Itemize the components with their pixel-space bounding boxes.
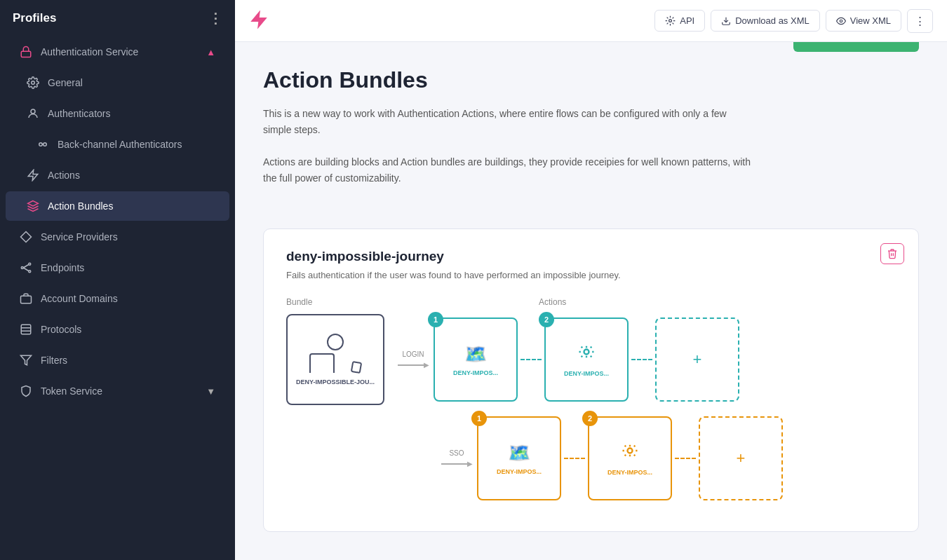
token-icon <box>20 385 32 397</box>
filter-icon <box>20 354 32 367</box>
login-action-2[interactable]: 2 DENY-IMPOS... <box>544 317 629 402</box>
sidebar-item-authentication-service[interactable]: Authentication Service ▲ <box>6 37 229 67</box>
sidebar-item-account-domains[interactable]: Account Domains <box>6 284 229 313</box>
sidebar-item-action-bundles[interactable]: Action Bundles <box>6 191 229 221</box>
view-xml-btn-label: View XML <box>850 15 891 26</box>
sso-action-1[interactable]: 1 🗺️ DENY-IMPOS... <box>477 416 561 500</box>
sso-action-arrow-2 <box>675 458 696 459</box>
sidebar-item-label: Token Service <box>41 385 102 397</box>
svg-rect-13 <box>21 296 32 303</box>
login-row: DENY-IMPOSSIBLE-JOU... LOGIN ▶ 1 <box>286 314 896 405</box>
sso-action-num-2: 2 <box>582 411 598 426</box>
svg-point-22 <box>584 350 589 355</box>
view-xml-button[interactable]: View XML <box>826 10 901 32</box>
sidebar-more-button[interactable]: ⋮ <box>208 10 222 27</box>
topbar-actions: API Download as XML View XML ⋮ <box>654 9 933 33</box>
topbar-logo <box>249 10 269 32</box>
sidebar-item-token-service[interactable]: Token Service ▼ <box>6 376 229 406</box>
login-action-1[interactable]: 1 🗺️ DENY-IMPOS... <box>434 317 518 402</box>
login-label: LOGIN <box>402 350 424 358</box>
new-bundle-btn-label: + New Action Bundle <box>807 42 905 44</box>
chevron-down-icon: ▼ <box>206 386 215 397</box>
login-connector: LOGIN ▶ <box>396 314 431 405</box>
sidebar-item-filters[interactable]: Filters <box>6 346 229 375</box>
settings-icon-2 <box>620 441 640 465</box>
svg-point-2 <box>31 109 35 114</box>
login-add-action-button[interactable]: + <box>655 317 739 402</box>
sso-action-num-1: 1 <box>471 411 487 426</box>
svg-line-11 <box>23 265 29 268</box>
new-action-bundle-button[interactable]: + New Action Bundle <box>793 42 919 52</box>
svg-line-12 <box>23 268 29 271</box>
bundle-node-label: DENY-IMPOSSIBLE-JOU... <box>292 378 379 385</box>
svg-point-4 <box>43 143 47 146</box>
sidebar-item-label: Action Bundles <box>48 200 113 212</box>
chevron-up-icon: ▲ <box>206 47 215 57</box>
sidebar-item-protocols[interactable]: Protocols <box>6 315 229 344</box>
sso-action-2-label: DENY-IMPOS... <box>605 469 655 476</box>
api-button[interactable]: API <box>654 10 705 32</box>
bundle-node[interactable]: DENY-IMPOSSIBLE-JOU... <box>286 314 384 405</box>
download-xml-button[interactable]: Download as XML <box>711 10 820 32</box>
sidebar-item-actions[interactable]: Actions <box>6 161 229 190</box>
sidebar-item-label: Protocols <box>41 324 81 335</box>
svg-marker-7 <box>21 232 32 243</box>
login-action-arrow-2 <box>631 359 652 360</box>
bundle-description: Fails authentication if the user was fou… <box>286 270 896 280</box>
svg-point-1 <box>32 81 35 85</box>
page-header: Action Bundles This is a new way to work… <box>263 67 754 209</box>
domain-icon <box>20 292 32 305</box>
sidebar: Profiles ⋮ Authentication Service ▲ Gene… <box>0 0 235 560</box>
svg-point-19 <box>669 20 672 22</box>
sso-action-2[interactable]: 2 DENY-IMPOS... <box>588 416 672 500</box>
page-description: This is a new way to work with Authentic… <box>263 106 754 186</box>
sidebar-item-label: Back-channel Authenticators <box>58 139 182 150</box>
sso-add-action-button[interactable]: + <box>699 416 783 500</box>
person-icon <box>27 107 39 120</box>
login-action-arrow-1 <box>520 359 542 360</box>
svg-point-21 <box>840 20 842 22</box>
sidebar-item-back-channel[interactable]: Back-channel Authenticators <box>6 130 229 159</box>
sidebar-item-label: General <box>48 77 83 88</box>
sidebar-item-endpoints[interactable]: Endpoints <box>6 253 229 282</box>
sidebar-item-label: Account Domains <box>41 293 118 304</box>
sso-row: SSO ▶ 1 🗺️ DENY-IMPOS... <box>439 416 896 500</box>
sidebar-item-label: Endpoints <box>41 262 84 273</box>
svg-point-3 <box>39 143 43 146</box>
svg-rect-0 <box>21 51 31 57</box>
map-icon: 🗺️ <box>464 343 487 365</box>
sidebar-item-label: Service Providers <box>41 231 118 243</box>
main-panel: API Download as XML View XML ⋮ Action Bu… <box>235 0 947 560</box>
download-btn-label: Download as XML <box>735 15 810 26</box>
label-bundle: Bundle <box>286 297 405 307</box>
topbar: API Download as XML View XML ⋮ <box>235 0 947 42</box>
content-area: Action Bundles This is a new way to work… <box>235 42 947 560</box>
lock-icon <box>20 46 32 58</box>
svg-rect-14 <box>21 325 31 334</box>
api-btn-label: API <box>680 15 694 26</box>
delete-bundle-button[interactable] <box>880 243 904 264</box>
endpoints-icon <box>20 261 32 274</box>
bundle-name: deny-impossible-journey <box>286 249 896 264</box>
sidebar-header: Profiles ⋮ <box>0 0 235 36</box>
svg-marker-6 <box>28 170 38 181</box>
person-icon <box>309 334 361 373</box>
login-action-1-label: DENY-IMPOS... <box>450 369 501 376</box>
bundle-card: deny-impossible-journey Fails authentica… <box>263 228 919 532</box>
label-actions: Actions <box>539 297 566 307</box>
gear-icon <box>27 76 39 89</box>
desc-line-2: Actions are building blocks and Action b… <box>263 154 754 186</box>
action-num-2: 2 <box>539 312 554 327</box>
sidebar-item-authenticators[interactable]: Authenticators <box>6 99 229 128</box>
topbar-more-button[interactable]: ⋮ <box>907 9 933 33</box>
svg-marker-18 <box>252 11 267 27</box>
sso-label: SSO <box>449 449 464 457</box>
sso-connector: SSO ▶ <box>439 416 474 500</box>
sidebar-item-label: Filters <box>41 355 67 366</box>
sidebar-item-service-providers[interactable]: Service Providers <box>6 222 229 252</box>
protocols-icon <box>20 323 32 336</box>
sidebar-item-general[interactable]: General <box>6 68 229 97</box>
action-num-1: 1 <box>428 312 443 327</box>
page-title: Action Bundles <box>263 67 754 93</box>
channel-icon <box>36 138 49 151</box>
